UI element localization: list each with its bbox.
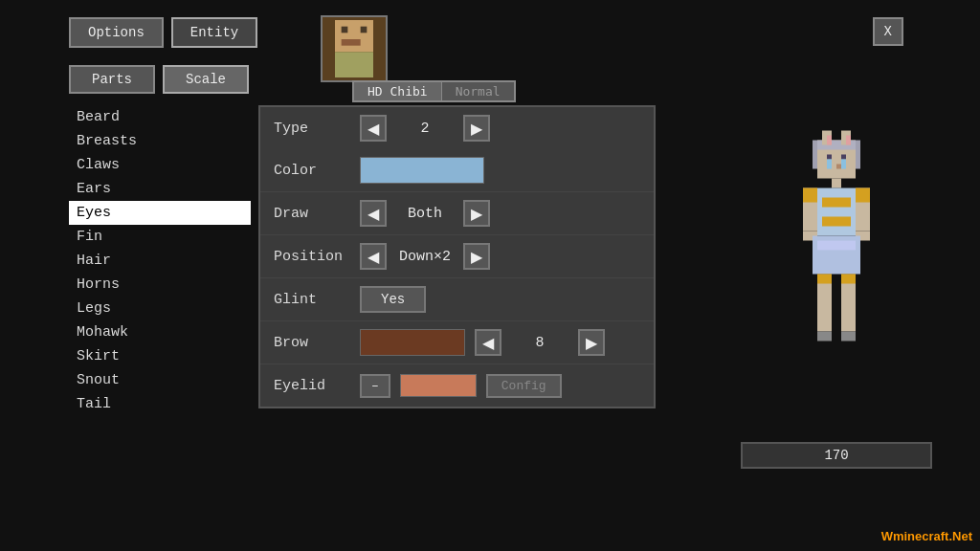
parts-tab[interactable]: Parts <box>69 65 155 94</box>
position-next-button[interactable]: ▶ <box>463 243 490 270</box>
svg-rect-2 <box>361 27 368 33</box>
part-skirt[interactable]: Skirt <box>69 344 251 368</box>
brow-prev-button[interactable]: ◀ <box>475 329 501 356</box>
svg-rect-16 <box>822 198 851 208</box>
brow-label: Brow <box>274 335 350 351</box>
part-horns[interactable]: Horns <box>69 273 251 297</box>
part-tail[interactable]: Tail <box>69 392 251 416</box>
dropdown-normal[interactable]: Normal <box>442 82 514 100</box>
brow-next-button[interactable]: ▶ <box>578 329 605 356</box>
close-button[interactable]: X <box>873 17 903 46</box>
height-display: 170 <box>741 442 932 469</box>
sub-bar: Parts Scale <box>69 65 249 94</box>
color-row: Color <box>260 149 654 192</box>
svg-rect-11 <box>827 160 832 169</box>
entity-button[interactable]: Entity <box>171 17 257 48</box>
part-legs[interactable]: Legs <box>69 297 251 320</box>
brow-row: Brow ◀ 8 ▶ <box>260 321 654 364</box>
svg-rect-30 <box>817 332 832 342</box>
character-sprite <box>784 128 889 415</box>
glint-label: Glint <box>274 292 350 308</box>
dropdown-hd-chibi[interactable]: HD Chibi <box>354 82 442 100</box>
position-value: Down×2 <box>396 249 454 265</box>
svg-rect-15 <box>817 188 856 236</box>
eyelid-row: Eyelid – Config <box>260 364 654 407</box>
position-label: Position <box>274 249 350 265</box>
character-container <box>741 109 932 434</box>
svg-rect-21 <box>856 188 870 203</box>
skin-preview <box>321 15 388 82</box>
svg-rect-28 <box>817 275 832 284</box>
part-snout[interactable]: Snout <box>69 368 251 392</box>
svg-rect-19 <box>803 188 817 203</box>
eyelid-label: Eyelid <box>274 378 350 394</box>
svg-rect-7 <box>856 141 860 169</box>
type-row: Type ◀ 2 ▶ <box>260 107 654 149</box>
part-claws[interactable]: Claws <box>69 153 251 177</box>
position-prev-button[interactable]: ◀ <box>360 243 387 270</box>
part-beard[interactable]: Beard <box>69 105 251 129</box>
brow-swatch[interactable] <box>360 329 465 356</box>
svg-rect-31 <box>841 332 856 342</box>
svg-rect-10 <box>841 155 846 160</box>
draw-next-button[interactable]: ▶ <box>463 200 490 227</box>
svg-rect-4 <box>335 52 373 77</box>
eyelid-minus-button[interactable]: – <box>360 374 390 398</box>
svg-rect-0 <box>335 20 373 52</box>
type-label: Type <box>274 121 350 137</box>
svg-rect-3 <box>342 39 361 46</box>
scale-tab[interactable]: Scale <box>163 65 249 94</box>
part-ears[interactable]: Ears <box>69 177 251 201</box>
part-fin[interactable]: Fin <box>69 225 251 249</box>
type-next-button[interactable]: ▶ <box>463 115 490 142</box>
svg-rect-34 <box>827 136 832 145</box>
position-row: Position ◀ Down×2 ▶ <box>260 235 654 278</box>
draw-label: Draw <box>274 206 350 222</box>
draw-prev-button[interactable]: ◀ <box>360 200 387 227</box>
svg-rect-14 <box>832 179 841 188</box>
top-bar: Options Entity <box>69 17 257 48</box>
settings-panel: HD Chibi Normal Type ◀ 2 ▶ Color Draw ◀ … <box>258 105 656 408</box>
glint-row: Glint Yes <box>260 278 654 321</box>
eyelid-swatch[interactable] <box>400 374 477 397</box>
preview-area: 170 <box>741 105 932 469</box>
svg-rect-17 <box>822 217 851 227</box>
svg-rect-29 <box>841 275 856 284</box>
svg-rect-1 <box>342 27 348 33</box>
part-mohawk[interactable]: Mohawk <box>69 320 251 344</box>
svg-rect-9 <box>827 155 832 160</box>
svg-rect-6 <box>813 141 817 169</box>
svg-rect-35 <box>846 136 851 145</box>
brow-value: 8 <box>511 335 568 351</box>
type-value: 2 <box>396 121 454 137</box>
svg-rect-12 <box>841 160 846 169</box>
color-label: Color <box>274 163 350 179</box>
draw-value: Both <box>396 206 454 222</box>
glint-button[interactable]: Yes <box>360 286 426 313</box>
part-eyes[interactable]: Eyes <box>69 201 251 225</box>
config-button[interactable]: Config <box>486 374 562 398</box>
watermark: Wminecraft.Net <box>881 529 972 543</box>
draw-row: Draw ◀ Both ▶ <box>260 192 654 235</box>
part-hair[interactable]: Hair <box>69 249 251 273</box>
svg-rect-25 <box>817 241 856 251</box>
part-breasts[interactable]: Breasts <box>69 129 251 153</box>
options-button[interactable]: Options <box>69 17 164 48</box>
color-swatch[interactable] <box>360 157 484 184</box>
svg-rect-13 <box>836 165 841 169</box>
parts-list: Beard Breasts Claws Ears Eyes Fin Hair H… <box>69 105 251 416</box>
type-prev-button[interactable]: ◀ <box>360 115 387 142</box>
